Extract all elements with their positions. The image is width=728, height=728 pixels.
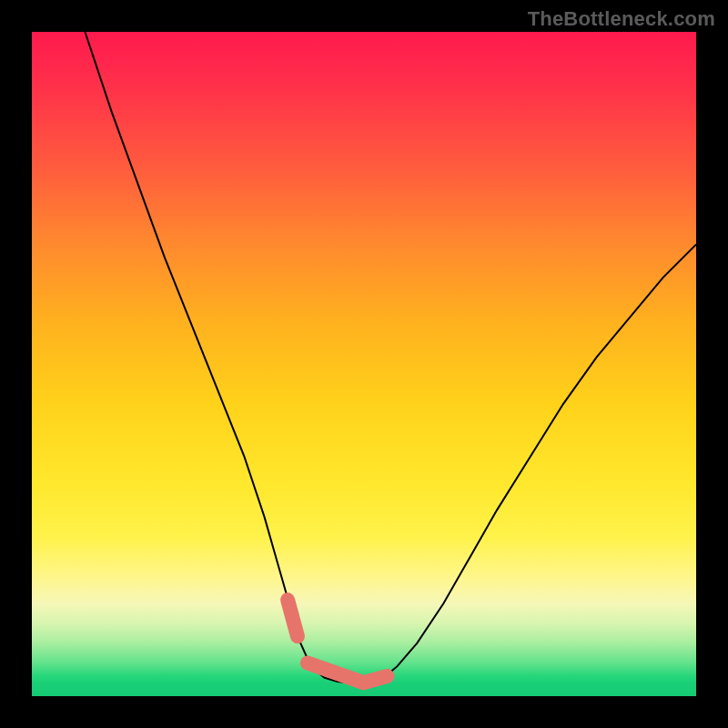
highlight-segment-0: [288, 600, 298, 636]
chart-svg: [32, 32, 696, 696]
highlight-segment-2: [368, 676, 388, 682]
chart-frame: TheBottleneck.com: [0, 0, 728, 728]
curve-line: [85, 32, 696, 682]
highlight-segment-1: [308, 663, 364, 683]
plot-area: [32, 32, 696, 696]
watermark-text: TheBottleneck.com: [528, 7, 715, 31]
